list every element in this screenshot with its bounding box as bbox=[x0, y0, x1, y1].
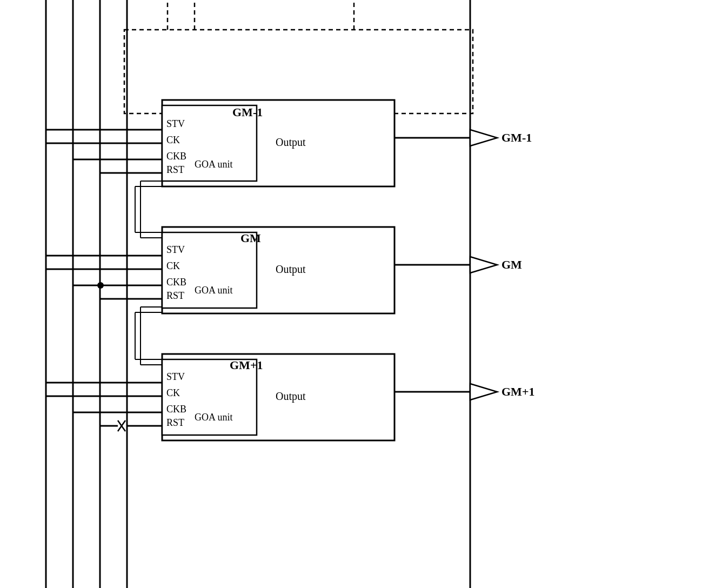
svg-text:CKB: CKB bbox=[166, 277, 186, 288]
svg-text:CK: CK bbox=[166, 135, 180, 145]
svg-text:CKB: CKB bbox=[166, 404, 186, 415]
svg-text:RST: RST bbox=[166, 290, 184, 301]
svg-text:CK: CK bbox=[166, 387, 180, 398]
svg-text:GOA unit: GOA unit bbox=[195, 412, 233, 423]
svg-marker-69 bbox=[470, 257, 497, 273]
svg-text:CK: CK bbox=[166, 260, 180, 271]
svg-text:Output: Output bbox=[276, 136, 306, 149]
svg-text:GM-1: GM-1 bbox=[232, 105, 263, 119]
svg-text:GM+1: GM+1 bbox=[230, 358, 263, 372]
svg-text:GM: GM bbox=[240, 231, 261, 245]
svg-text:RST: RST bbox=[166, 417, 184, 428]
svg-text:STV: STV bbox=[166, 118, 185, 129]
svg-text:RST: RST bbox=[166, 164, 184, 175]
svg-text:Output: Output bbox=[276, 263, 306, 276]
svg-text:GM: GM bbox=[501, 258, 522, 271]
svg-text:STV: STV bbox=[166, 371, 185, 382]
svg-text:GOA unit: GOA unit bbox=[195, 159, 233, 170]
diagram-canvas: .block-rect { fill: white; stroke: black… bbox=[0, 0, 709, 588]
svg-marker-67 bbox=[470, 130, 497, 146]
svg-text:CKB: CKB bbox=[166, 151, 186, 162]
svg-point-41 bbox=[97, 282, 104, 289]
svg-marker-71 bbox=[470, 384, 497, 400]
svg-text:Output: Output bbox=[276, 390, 306, 403]
svg-text:GM+1: GM+1 bbox=[501, 385, 534, 398]
svg-text:GOA unit: GOA unit bbox=[195, 285, 233, 296]
svg-text:STV: STV bbox=[166, 244, 185, 255]
svg-text:GM-1: GM-1 bbox=[501, 131, 532, 144]
